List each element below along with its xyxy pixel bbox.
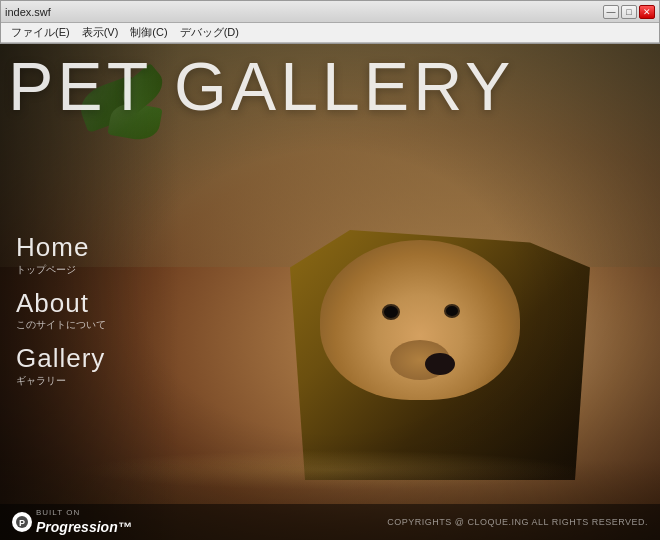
- nav-home-sub: トップページ: [16, 263, 106, 277]
- svg-text:P: P: [19, 518, 25, 528]
- progression-brand: Progression™: [36, 519, 132, 535]
- menu-control[interactable]: 制御(C): [124, 24, 173, 41]
- gallery-title: PET GALLERY: [8, 52, 514, 120]
- nav-home-label: Home: [16, 233, 106, 262]
- progression-icon: P: [12, 512, 32, 532]
- nav-gallery-label: Gallery: [16, 344, 106, 373]
- built-on-label: BUILT ON: [36, 508, 132, 517]
- close-button[interactable]: ✕: [639, 5, 655, 19]
- dog-eye-left: [382, 304, 400, 320]
- progression-text-block: BUILT ON Progression™: [36, 508, 132, 536]
- footer-bar: P BUILT ON Progression™ COPYRIGHTS @ CLO…: [0, 504, 660, 540]
- menu-bar: ファイル(E) 表示(V) 制御(C) デバッグ(D): [1, 23, 659, 43]
- flash-content: PET GALLERY Home トップページ About このサイトについて …: [0, 44, 660, 540]
- nav-gallery[interactable]: Gallery ギャラリー: [10, 340, 114, 396]
- minimize-button[interactable]: —: [603, 5, 619, 19]
- title-bar: index.swf — □ ✕: [1, 1, 659, 23]
- dog-face: [320, 240, 520, 400]
- menu-file[interactable]: ファイル(E): [5, 24, 76, 41]
- nav-gallery-sub: ギャラリー: [16, 374, 106, 388]
- progression-logo: P BUILT ON Progression™: [12, 508, 132, 536]
- nav-menu: Home トップページ About このサイトについて Gallery ギャラリ…: [10, 229, 114, 396]
- copyright-text: COPYRIGHTS @ CLOQUE.ING ALL RIGHTS RESER…: [387, 517, 648, 527]
- dog-nose: [425, 353, 455, 375]
- nav-about-sub: このサイトについて: [16, 318, 106, 332]
- dog-bag-scene: [240, 180, 620, 480]
- window-chrome: index.swf — □ ✕ ファイル(E) 表示(V) 制御(C) デバッグ…: [0, 0, 660, 44]
- menu-view[interactable]: 表示(V): [76, 24, 125, 41]
- nav-home[interactable]: Home トップページ: [10, 229, 114, 285]
- title-text: index.swf: [5, 6, 51, 18]
- nav-about[interactable]: About このサイトについて: [10, 285, 114, 341]
- nav-about-label: About: [16, 289, 106, 318]
- menu-debug[interactable]: デバッグ(D): [174, 24, 245, 41]
- window-controls: — □ ✕: [603, 5, 655, 19]
- dog-eye-right: [444, 304, 460, 318]
- maximize-button[interactable]: □: [621, 5, 637, 19]
